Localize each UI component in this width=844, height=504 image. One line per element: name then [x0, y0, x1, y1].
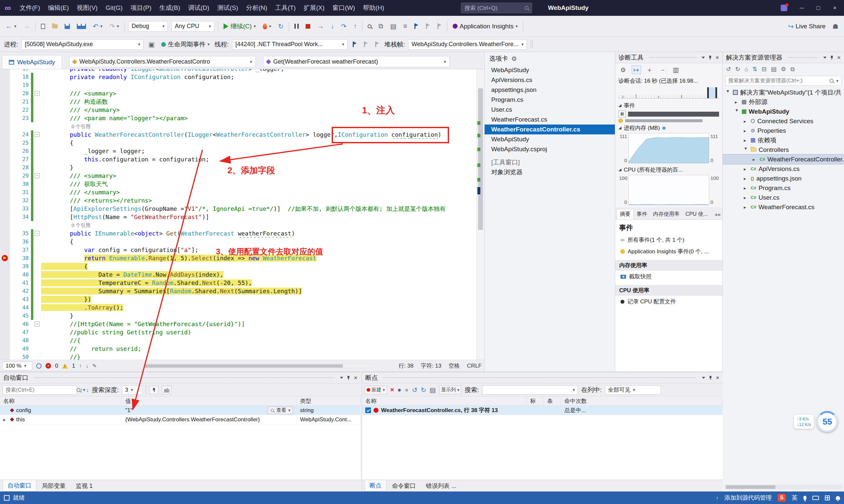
open-tab-Program.cs[interactable]: Program.cs	[485, 95, 615, 105]
menu-item-分析(N)[interactable]: 分析(N)	[242, 0, 271, 16]
go-to-disassembly-icon[interactable]: ↻	[421, 386, 426, 394]
new-breakpoint-button[interactable]: 新建▾	[365, 386, 387, 394]
lifecycle-events-dropdown[interactable]: 生命周期事件▾	[159, 39, 211, 50]
breakpoint-margin[interactable]	[0, 204, 10, 213]
thread-dropdown[interactable]: [44240] .NET ThreadPool Work...▾	[232, 39, 347, 50]
notification-bell-icon[interactable]	[836, 496, 840, 500]
app-insights-events-link[interactable]: Application Insights 事件(0 个, ...	[615, 246, 722, 257]
scrollbar-thumb[interactable]	[478, 88, 483, 230]
breakpoint-margin[interactable]	[0, 312, 10, 320]
view-value-button[interactable]: 查看▾	[268, 407, 293, 414]
menu-item-视图(V)[interactable]: 视图(V)	[73, 0, 102, 16]
menu-item-生成(B)[interactable]: 生成(B)	[155, 0, 184, 16]
tree-item-ApiVersions.cs[interactable]: ▸C#ApiVersions.cs	[723, 164, 844, 174]
previous-issue-icon[interactable]: ↑	[79, 363, 82, 369]
break-all-button[interactable]	[293, 22, 300, 30]
breakpoint-margin[interactable]	[0, 287, 10, 295]
column-name[interactable]: 名称	[362, 397, 527, 406]
solution-platform-dropdown[interactable]: Any CPU▾	[171, 21, 214, 32]
close-button[interactable]: ×	[828, 0, 842, 16]
breakpoint-margin[interactable]	[0, 270, 10, 279]
next-issue-icon[interactable]: ↓	[86, 363, 88, 369]
type-navigation-dropdown[interactable]: WebApiStudy.Controllers.WeatherForecastC…	[69, 56, 256, 67]
autos-row-config[interactable]: config"1"查看▾string	[0, 406, 361, 415]
menu-item-工具(T)[interactable]: 工具(T)	[271, 0, 300, 16]
pin-icon[interactable]	[830, 55, 834, 60]
open-tab-WebApiStudy.csproj[interactable]: WebApiStudy.csproj	[485, 144, 615, 154]
compare-files-button[interactable]: ⧉	[377, 21, 385, 31]
collapsed-caret-icon[interactable]: ▸	[735, 100, 740, 105]
undo-button[interactable]: ↶▾	[91, 21, 104, 32]
menu-item-测试(S)[interactable]: 测试(S)	[213, 0, 242, 16]
collapsed-caret-icon[interactable]: ▸	[744, 128, 748, 133]
reset-view-icon[interactable]: ▥	[671, 66, 681, 74]
show-next-statement-button[interactable]: →	[315, 21, 325, 31]
add-to-source-control-button[interactable]: 添加到源代码管理	[724, 494, 772, 502]
breakpoint-margin[interactable]	[0, 114, 10, 122]
member-navigation-dropdown[interactable]: Get(WeatherForecast weatherForecast)▾	[263, 56, 450, 67]
breakpoint-row[interactable]: WeatherForecastController.cs, 行 38 字符 13…	[362, 406, 723, 415]
toolbar-gripper[interactable]	[530, 40, 533, 49]
breakpoint-margin[interactable]	[0, 188, 10, 196]
breakpoint-margin[interactable]	[0, 180, 10, 188]
column-condition[interactable]: 条件	[544, 397, 561, 406]
chevron-down-icon[interactable]	[340, 377, 343, 379]
breakpoint-margin[interactable]	[0, 295, 10, 303]
breakpoint-margin[interactable]	[0, 353, 10, 360]
all-events-link[interactable]: ∞ 所有事件(1 个, 共 1 个)	[615, 234, 722, 246]
breakpoint-margin[interactable]	[0, 254, 10, 262]
next-bookmark-button[interactable]	[435, 22, 444, 30]
ime-indicator[interactable]: 英	[792, 494, 797, 502]
push-icon[interactable]: ↑	[716, 495, 719, 501]
restart-button[interactable]: ↻	[277, 21, 286, 32]
breakpoint-search-input[interactable]	[485, 387, 570, 393]
delete-breakpoint-icon[interactable]: ×	[390, 386, 394, 394]
show-all-files-icon[interactable]: ▤	[771, 66, 776, 73]
go-to-source-icon[interactable]: ↺	[412, 386, 417, 394]
open-file-button[interactable]	[50, 23, 59, 30]
collapsed-caret-icon[interactable]: ▸	[744, 185, 748, 191]
code-fold-toggle[interactable]: −	[35, 173, 39, 178]
next-flagged-thread-button[interactable]	[373, 40, 381, 49]
text-visualizer-button[interactable]: ab	[162, 386, 171, 394]
process-info-button[interactable]: ▣	[147, 39, 156, 50]
feedback-notification-icon[interactable]	[781, 5, 787, 11]
expand-caret-icon[interactable]: ▸	[3, 417, 8, 422]
breakpoint-checkbox[interactable]	[365, 408, 371, 413]
code-fold-toggle[interactable]: −	[35, 322, 39, 326]
task-list-button[interactable]: ▤	[389, 21, 398, 32]
breakpoint-margin[interactable]	[0, 139, 10, 147]
pin-icon[interactable]	[346, 376, 350, 380]
panel-tab-CPU 使...[interactable]: CPU 使...	[683, 209, 711, 219]
application-insights-dropdown[interactable]: Application Insights▾	[451, 21, 519, 31]
collapsed-caret-icon[interactable]: ▸	[744, 204, 748, 210]
stop-debugging-button[interactable]	[304, 23, 312, 30]
expanded-caret-icon[interactable]: ▸	[743, 148, 749, 152]
collapsed-caret-icon[interactable]: ▸	[744, 195, 748, 200]
document-tab[interactable]: WebApiStudy	[2, 55, 62, 69]
breakpoint-margin[interactable]	[0, 345, 10, 353]
open-tab-对象浏览器[interactable]: 对象浏览器	[485, 167, 615, 177]
chevron-down-icon[interactable]	[823, 57, 827, 59]
tree-item-Properties[interactable]: ▸⚙Properties	[723, 126, 844, 136]
open-tab-WebApiStudy[interactable]: WebApiStudy	[485, 134, 615, 144]
code-cleanup-icon[interactable]: ✎	[92, 363, 97, 369]
enable-all-breakpoints-icon[interactable]: ●	[404, 386, 409, 394]
editor-horizontal-scrollbar[interactable]	[143, 364, 371, 368]
open-tab-WeatherForecast.cs[interactable]: WeatherForecast.cs	[485, 115, 615, 125]
settings-gear-icon[interactable]: ⚙	[619, 66, 628, 74]
navigate-forward-button[interactable]: →	[22, 21, 32, 31]
scrollbar-thumb[interactable]	[145, 364, 343, 367]
disable-all-breakpoints-icon[interactable]: ●	[397, 386, 401, 394]
breakpoint-margin[interactable]	[0, 320, 10, 328]
breakpoint-margin[interactable]	[0, 163, 10, 172]
solution-search-input[interactable]	[728, 78, 827, 84]
breakpoint-margin[interactable]	[0, 147, 10, 155]
line-ending-indicator[interactable]: CRLF	[467, 363, 482, 369]
tree-item-Connected Services[interactable]: ▸Connected Services	[723, 116, 844, 126]
zoom-in-icon[interactable]: ＋	[645, 66, 654, 74]
autos-row-this[interactable]: ▸this{WebApiStudy.Controllers.WeatherFor…	[0, 415, 361, 424]
save-all-button[interactable]	[75, 22, 88, 30]
close-icon[interactable]: ×	[354, 375, 357, 381]
breakpoint-margin[interactable]	[0, 155, 10, 163]
